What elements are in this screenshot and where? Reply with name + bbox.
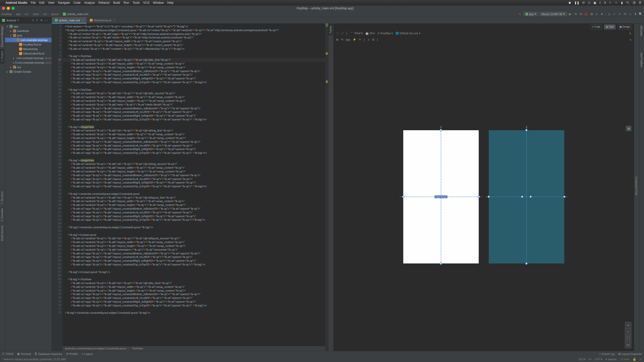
git-history-icon[interactable]: ⟲ [623, 12, 627, 16]
collapse-icon[interactable]: ⇕ [36, 19, 38, 22]
project-view-selector[interactable]: Android ▾ ⊙⇕⚙— [0, 17, 52, 23]
crumb[interactable]: layout [51, 13, 59, 16]
editor-breadcrumb[interactable]: androidx.constraintlayout.widget.Constra… [62, 346, 325, 351]
toolwindow-structure[interactable]: 7: Structure [0, 189, 4, 206]
autoconnect-icon[interactable]: ⚡ [353, 38, 356, 41]
margin-select[interactable]: 0dp [346, 38, 350, 41]
hide-icon[interactable]: — [45, 19, 48, 22]
zoom-pct[interactable]: 1:1 [625, 342, 631, 348]
input-icon[interactable]: A [604, 1, 606, 5]
zoom-controls[interactable]: + − ⛶ 1:1 [625, 322, 631, 348]
tab-activity-main[interactable]: activity_main.xml× [52, 17, 87, 23]
toolwindow-database[interactable]: 🗄 Database Inspector [34, 352, 62, 355]
wifi-icon[interactable]: ᯤ [609, 1, 612, 5]
menu-vcs[interactable]: VCS [143, 1, 149, 5]
layout-validation-icon[interactable]: ⊞ [626, 126, 631, 131]
toolwindow-eventlog[interactable]: ◇ Event Log [599, 352, 615, 355]
toolwindow-favorites[interactable]: 2: Favorites [0, 206, 4, 223]
palette-tab[interactable]: Palette [329, 24, 333, 35]
search-icon[interactable]: 🔍 [639, 12, 642, 16]
traffic-close[interactable] [2, 7, 5, 10]
run-icon[interactable]: ▶ [568, 12, 572, 16]
menu-view[interactable]: View [48, 1, 55, 5]
profile-icon[interactable]: ◔ [589, 12, 593, 16]
menu-code[interactable]: Code [73, 1, 81, 5]
pack-icon[interactable]: ⊟ [372, 38, 374, 41]
encoding[interactable]: UTF-8 [595, 358, 602, 361]
zoom-fit-icon[interactable]: ⛶ [625, 335, 631, 342]
sdk-icon[interactable]: ⬇ [633, 12, 637, 16]
run-config[interactable]: app▾ [524, 12, 538, 16]
locale-select[interactable]: 🌐 Default (en-us) ▾ [395, 32, 420, 35]
menu-file[interactable]: File [31, 1, 36, 5]
crumb-file[interactable]: activity_main.xml [67, 13, 88, 16]
scope-icon[interactable]: ⊙ [32, 19, 34, 22]
view-split-button[interactable]: ▥ Split [604, 24, 615, 29]
spotlight-icon[interactable]: ⓐ [633, 1, 636, 5]
toolwindow-logcat[interactable]: ≡ Logcat [82, 352, 92, 355]
crumb[interactable]: src [25, 13, 29, 16]
tree-pkg[interactable]: com.example.keymap [17, 57, 44, 60]
tree-pkg[interactable]: com.example.keymap [17, 61, 44, 64]
crumb[interactable]: KeyMap [2, 13, 12, 16]
toolwindow-layoutinspector[interactable]: ▧ Layout Inspector [618, 352, 642, 355]
tree-file[interactable]: OtherKotlinFile.kt [23, 52, 44, 55]
clock[interactable]: 🔌 [626, 1, 630, 5]
control-center-icon[interactable]: ☰ [639, 1, 641, 5]
api-select[interactable]: 🤖 30 ▾ [365, 32, 375, 35]
editor[interactable]: 1234567891011121314151617181920212223242… [52, 24, 329, 351]
menu-analyze[interactable]: Analyze [84, 1, 95, 5]
warning-icon[interactable]: ⚠ [629, 32, 631, 35]
menu-tools[interactable]: Tools [133, 1, 140, 5]
select-icon[interactable]: ⬚ [336, 32, 339, 35]
app-name[interactable]: Android Studio [6, 1, 27, 5]
toolwindow-build-variants[interactable]: Build Variants [0, 223, 4, 243]
indent[interactable]: 4 spaces [606, 358, 617, 361]
toolwindow-resource-manager[interactable]: Resource Manager [0, 24, 4, 49]
selected-view-label[interactable]: Hello World! [434, 196, 447, 198]
traffic-max[interactable] [12, 7, 15, 10]
project-tree[interactable]: ▾app ▸manifests ▾java ▾com.example.keyma… [5, 24, 52, 351]
tree-pkg[interactable]: com.example.keymap [21, 38, 48, 41]
align-icon[interactable]: ≡ [368, 38, 369, 41]
git-commit-icon[interactable]: ✓ [612, 12, 616, 16]
toolwindow-project[interactable]: 1: Project [0, 49, 4, 64]
crumb[interactable]: res [43, 13, 47, 16]
tree-gradle[interactable]: Gradle Scripts [14, 70, 31, 73]
toolwindow-profilers[interactable]: Dev Profilers [639, 51, 643, 69]
tree-app[interactable]: app [14, 25, 18, 28]
design-surface[interactable]: ⊽ Hello World! [403, 130, 479, 263]
avd-icon[interactable]: ▭ [628, 12, 632, 16]
apply-changes-icon[interactable]: ⟲ [574, 12, 577, 16]
back-icon[interactable]: ↖ [518, 12, 522, 16]
device-icon[interactable]: 📱 Pixel ▾ [350, 32, 363, 35]
caret-pos[interactable]: 10:14 [578, 358, 585, 361]
view-code-button[interactable]: ≡ Code [590, 24, 602, 29]
clear-constraints-icon[interactable]: ✕ [359, 38, 361, 41]
apply-code-icon[interactable]: ⟲ [579, 12, 583, 16]
crumb[interactable]: app [16, 13, 20, 16]
zoom-out-icon[interactable]: − [625, 329, 631, 335]
editor-scrollbar[interactable] [325, 24, 328, 351]
device-select[interactable]: Nexus 10 API 30▾ [540, 12, 567, 16]
zoom-in-icon[interactable]: + [625, 322, 631, 329]
tree-manifests[interactable]: manifests [17, 29, 29, 32]
component-tree-tab[interactable]: Component Tree [634, 174, 638, 197]
close-tab-icon[interactable]: × [113, 19, 115, 22]
lock-icon[interactable]: 🔓 [633, 358, 636, 361]
bluetooth-icon[interactable]: ᛒ [599, 1, 601, 5]
toolwindow-profiler[interactable]: ◔ Profiler [66, 352, 78, 355]
git-branch[interactable]: ⎇ main [620, 358, 630, 361]
menu-window[interactable]: Window [153, 1, 164, 5]
inspection-icon[interactable]: ☺ [639, 358, 642, 361]
close-tab-icon[interactable]: × [82, 19, 84, 22]
attach-icon[interactable]: ⎆ [595, 12, 598, 16]
git-push-icon[interactable]: ↗ [618, 12, 621, 16]
tree-res[interactable]: res [17, 66, 21, 69]
orientation-icon[interactable]: ⟲ [341, 38, 343, 41]
tree-java[interactable]: java [17, 34, 22, 37]
design-blueprint-icon[interactable]: ⊞ [336, 38, 338, 41]
line-ending[interactable]: LF [588, 358, 592, 361]
debug-icon[interactable]: 🐞 [584, 12, 588, 16]
menu-help[interactable]: Help [167, 1, 174, 5]
